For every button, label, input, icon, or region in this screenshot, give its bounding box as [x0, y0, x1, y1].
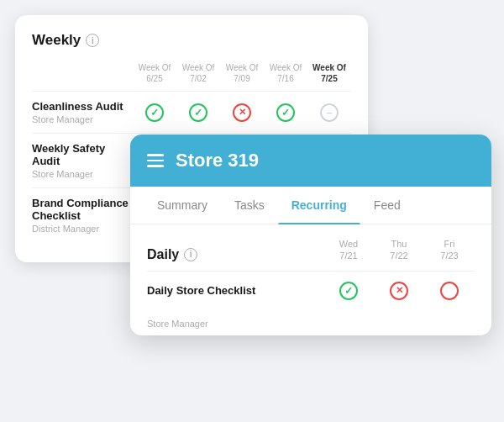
- week-col-5: Week Of 7/25: [307, 62, 351, 84]
- tab-feed[interactable]: Feed: [360, 187, 414, 224]
- daily-title-text: Daily: [147, 247, 179, 262]
- tab-tasks[interactable]: Tasks: [221, 187, 278, 224]
- check-icon: [189, 103, 207, 122]
- table-row: Cleanliness Audit Store Manager: [32, 91, 351, 133]
- audit-name: Daily Store Checklist: [147, 284, 323, 297]
- x-icon: [233, 103, 251, 122]
- week-header: Week Of 6/25 Week Of 7/02 Week Of 7/09 W…: [32, 62, 351, 84]
- day-col-wed: Wed 7/21: [323, 238, 374, 262]
- check-icon: [145, 103, 164, 122]
- store-card: Store 319 Summary Tasks Recurring Feed D…: [130, 135, 491, 335]
- check-cell: [264, 103, 307, 122]
- week-col-1: Week Of 6/25: [133, 62, 176, 84]
- day-col-fri: Fri 7/23: [424, 238, 475, 262]
- table-row: Daily Store Checklist: [147, 271, 475, 310]
- hamburger-line: [147, 154, 164, 156]
- daily-title: Daily i: [147, 247, 323, 262]
- store-header: Store 319: [130, 135, 491, 187]
- audit-info: Daily Store Checklist: [147, 284, 323, 297]
- info-icon: i: [184, 248, 197, 261]
- day-label: Thu: [374, 238, 424, 250]
- day-date: 7/22: [374, 250, 424, 261]
- tab-recurring[interactable]: Recurring: [278, 187, 360, 224]
- audit-role: Store Manager: [32, 169, 133, 179]
- check-cell: [307, 103, 351, 122]
- day-col-thu: Thu 7/22: [374, 238, 424, 262]
- check-cell: [323, 282, 374, 300]
- week-col-4: Week Of 7/16: [264, 62, 307, 84]
- audit-name: Brand Compliance Checklist: [32, 197, 133, 222]
- audit-name: Cleanliness Audit: [32, 100, 133, 113]
- tab-summary[interactable]: Summary: [144, 187, 221, 224]
- day-date: 7/21: [323, 250, 374, 261]
- audit-role: Store Manager: [32, 114, 133, 124]
- hamburger-icon[interactable]: [147, 154, 164, 167]
- check-cell: [374, 282, 424, 300]
- x-icon: [390, 282, 408, 300]
- hamburger-line: [147, 165, 164, 167]
- hamburger-line: [147, 160, 164, 162]
- audit-info: Brand Compliance Checklist District Mana…: [32, 197, 133, 234]
- weekly-section-title: Weekly i: [32, 32, 351, 49]
- dash-icon: [320, 103, 339, 122]
- day-date: 7/23: [424, 250, 475, 261]
- check-cell: [176, 103, 220, 122]
- info-icon: i: [86, 34, 99, 47]
- daily-section: Daily i Wed 7/21 Thu 7/22 Fri 7/23 Daily…: [130, 224, 491, 335]
- week-col-3: Week Of 7/09: [220, 62, 264, 84]
- audit-info: Cleanliness Audit Store Manager: [32, 100, 133, 124]
- daily-role: Store Manager: [147, 312, 475, 332]
- check-icon: [276, 103, 295, 122]
- store-title: Store 319: [176, 150, 259, 171]
- check-cell: [133, 103, 176, 122]
- day-label: Fri: [424, 238, 475, 250]
- check-icon: [339, 282, 358, 300]
- day-label: Wed: [323, 238, 374, 250]
- weekly-title-text: Weekly: [32, 32, 81, 49]
- tabs-bar: Summary Tasks Recurring Feed: [130, 187, 491, 224]
- audit-name: Weekly Safety Audit: [32, 142, 133, 167]
- audit-info: Weekly Safety Audit Store Manager: [32, 142, 133, 179]
- audit-role: District Manager: [32, 224, 133, 234]
- week-col-2: Week Of 7/02: [176, 62, 220, 84]
- check-cell: [220, 103, 264, 122]
- daily-header: Daily i Wed 7/21 Thu 7/22 Fri 7/23: [147, 238, 475, 262]
- check-cell: [424, 282, 475, 300]
- circle-empty-icon: [440, 282, 459, 300]
